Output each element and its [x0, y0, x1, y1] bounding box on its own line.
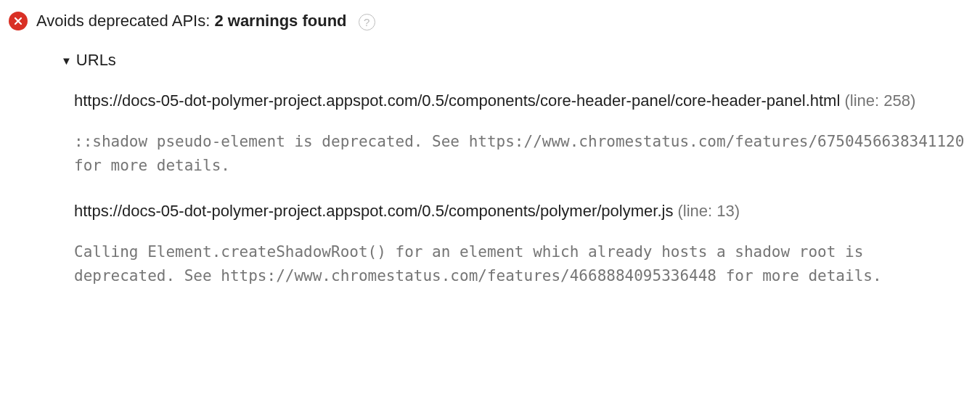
line-ref: (line: 258): [840, 91, 915, 110]
url-line: https://docs-05-dot-polymer-project.apps…: [74, 199, 971, 223]
url-text: https://docs-05-dot-polymer-project.apps…: [74, 91, 840, 110]
audit-title: Avoids deprecated APIs: 2 warnings found…: [36, 12, 375, 30]
url-text: https://docs-05-dot-polymer-project.apps…: [74, 202, 673, 220]
url-line: https://docs-05-dot-polymer-project.apps…: [74, 89, 971, 112]
audit-title-prefix: Avoids deprecated APIs:: [36, 12, 214, 30]
url-item: https://docs-05-dot-polymer-project.apps…: [74, 199, 971, 287]
deprecation-message: ::shadow pseudo-element is deprecated. S…: [74, 130, 971, 177]
url-list: https://docs-05-dot-polymer-project.apps…: [74, 89, 971, 287]
urls-toggle[interactable]: ▼ URLs: [61, 51, 971, 70]
error-icon: [9, 12, 28, 30]
url-item: https://docs-05-dot-polymer-project.apps…: [74, 89, 971, 177]
help-icon[interactable]: ?: [359, 14, 375, 30]
line-ref: (line: 13): [673, 202, 740, 220]
deprecation-message: Calling Element.createShadowRoot() for a…: [74, 240, 971, 287]
audit-header-row: Avoids deprecated APIs: 2 warnings found…: [9, 12, 971, 30]
chevron-down-icon: ▼: [61, 54, 72, 67]
details-section: ▼ URLs https://docs-05-dot-polymer-proje…: [61, 51, 971, 287]
urls-toggle-label: URLs: [76, 51, 116, 70]
audit-title-bold: 2 warnings found: [214, 12, 346, 30]
